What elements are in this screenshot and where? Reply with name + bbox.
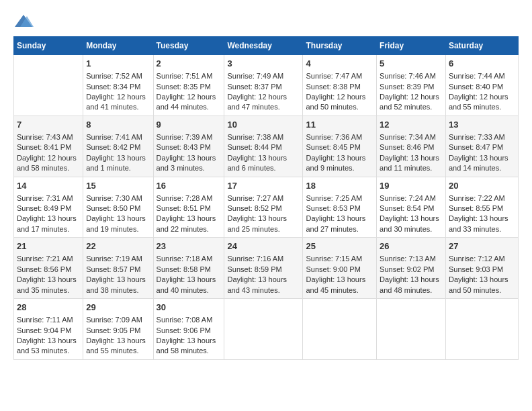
cell-content: Daylight: 12 hours and 52 minutes.: [380, 92, 443, 113]
cell-content: Sunset: 8:41 PM: [17, 142, 80, 152]
cell-content: Sunset: 8:38 PM: [306, 82, 373, 92]
day-number: 5: [380, 58, 443, 70]
cell-content: Sunrise: 7:44 AM: [449, 71, 515, 81]
day-number: 13: [449, 119, 515, 131]
calendar-cell: 4Sunrise: 7:47 AMSunset: 8:38 PMDaylight…: [303, 55, 377, 116]
day-number: 6: [449, 58, 515, 70]
week-row-1: 1Sunrise: 7:52 AMSunset: 8:34 PMDaylight…: [14, 55, 519, 116]
calendar-cell: 10Sunrise: 7:38 AMSunset: 8:44 PMDayligh…: [224, 116, 303, 177]
calendar-cell: 16Sunrise: 7:28 AMSunset: 8:51 PMDayligh…: [153, 177, 224, 238]
calendar-cell: 13Sunrise: 7:33 AMSunset: 8:47 PMDayligh…: [445, 116, 518, 177]
cell-content: Daylight: 13 hours and 35 minutes.: [17, 275, 80, 295]
cell-content: Daylight: 13 hours and 3 minutes.: [157, 153, 222, 174]
day-number: 7: [17, 119, 80, 131]
cell-content: Sunset: 8:56 PM: [17, 265, 80, 275]
calendar-cell: 20Sunrise: 7:22 AMSunset: 8:55 PMDayligh…: [445, 177, 518, 238]
week-row-4: 21Sunrise: 7:21 AMSunset: 8:56 PMDayligh…: [14, 238, 519, 299]
day-number: 20: [449, 180, 515, 192]
calendar-cell: 22Sunrise: 7:19 AMSunset: 8:57 PMDayligh…: [83, 238, 153, 299]
cell-content: Daylight: 13 hours and 53 minutes.: [17, 336, 80, 357]
day-number: 29: [86, 302, 150, 314]
cell-content: Sunrise: 7:43 AM: [17, 132, 80, 142]
day-number: 24: [227, 240, 300, 253]
cell-content: Sunrise: 7:13 AM: [380, 254, 443, 264]
cell-content: Daylight: 13 hours and 14 minutes.: [449, 153, 515, 174]
cell-content: Sunset: 8:35 PM: [157, 82, 222, 92]
cell-content: Sunset: 8:37 PM: [227, 82, 300, 92]
week-row-2: 7Sunrise: 7:43 AMSunset: 8:41 PMDaylight…: [14, 116, 519, 177]
cell-content: Sunrise: 7:30 AM: [86, 193, 150, 203]
cell-content: Sunrise: 7:46 AM: [380, 71, 443, 81]
calendar-cell: 23Sunrise: 7:18 AMSunset: 8:58 PMDayligh…: [153, 238, 224, 299]
cell-content: Daylight: 13 hours and 50 minutes.: [449, 275, 515, 295]
cell-content: Daylight: 13 hours and 11 minutes.: [380, 153, 443, 174]
calendar-cell: 14Sunrise: 7:31 AMSunset: 8:49 PMDayligh…: [14, 177, 83, 238]
cell-content: Daylight: 12 hours and 47 minutes.: [227, 92, 300, 113]
cell-content: Sunset: 8:39 PM: [380, 82, 443, 92]
cell-content: Sunset: 8:52 PM: [227, 203, 300, 214]
cell-content: Daylight: 13 hours and 27 minutes.: [306, 214, 373, 234]
logo-icon: [13, 13, 34, 30]
day-number: 16: [157, 180, 222, 192]
day-number: 1: [86, 58, 150, 70]
cell-content: Sunset: 8:53 PM: [306, 203, 373, 214]
cell-content: Sunrise: 7:28 AM: [157, 193, 222, 203]
cell-content: Sunset: 8:55 PM: [449, 203, 515, 214]
calendar-cell: 24Sunrise: 7:16 AMSunset: 8:59 PMDayligh…: [224, 238, 303, 299]
cell-content: Sunset: 8:49 PM: [17, 203, 80, 214]
calendar-cell: 6Sunrise: 7:44 AMSunset: 8:40 PMDaylight…: [445, 55, 518, 116]
cell-content: Daylight: 13 hours and 25 minutes.: [227, 214, 300, 234]
cell-content: Sunrise: 7:21 AM: [17, 254, 80, 264]
cell-content: Sunset: 8:50 PM: [86, 203, 150, 214]
calendar-cell: [377, 299, 446, 360]
calendar-cell: 29Sunrise: 7:09 AMSunset: 9:05 PMDayligh…: [83, 299, 153, 360]
cell-content: Daylight: 12 hours and 55 minutes.: [449, 92, 515, 113]
cell-content: Sunset: 8:57 PM: [86, 265, 150, 275]
cell-content: Daylight: 13 hours and 17 minutes.: [17, 214, 80, 234]
cell-content: Sunrise: 7:31 AM: [17, 193, 80, 203]
calendar-cell: 8Sunrise: 7:41 AMSunset: 8:42 PMDaylight…: [83, 116, 153, 177]
day-number: 17: [227, 180, 300, 192]
cell-content: Sunset: 9:02 PM: [380, 265, 443, 275]
cell-content: Sunrise: 7:11 AM: [17, 315, 80, 325]
cell-content: Daylight: 12 hours and 41 minutes.: [86, 92, 150, 113]
day-header-sunday: Sunday: [14, 37, 83, 55]
day-number: 3: [227, 58, 300, 70]
calendar-cell: 15Sunrise: 7:30 AMSunset: 8:50 PMDayligh…: [83, 177, 153, 238]
cell-content: Daylight: 13 hours and 1 minute.: [86, 153, 150, 174]
cell-content: Daylight: 13 hours and 55 minutes.: [86, 336, 150, 357]
cell-content: Sunrise: 7:47 AM: [306, 71, 373, 81]
cell-content: Sunrise: 7:34 AM: [380, 132, 443, 142]
calendar-cell: 17Sunrise: 7:27 AMSunset: 8:52 PMDayligh…: [224, 177, 303, 238]
logo: [13, 13, 36, 30]
cell-content: Daylight: 13 hours and 45 minutes.: [306, 275, 373, 295]
day-number: 19: [380, 180, 443, 192]
header-row: SundayMondayTuesdayWednesdayThursdayFrid…: [14, 37, 519, 55]
cell-content: Sunset: 9:05 PM: [86, 326, 150, 336]
cell-content: Sunrise: 7:15 AM: [306, 254, 373, 264]
cell-content: Sunrise: 7:25 AM: [306, 193, 373, 203]
cell-content: Sunset: 8:34 PM: [86, 82, 150, 92]
cell-content: Sunrise: 7:09 AM: [86, 315, 150, 325]
calendar-cell: [14, 55, 83, 116]
cell-content: Daylight: 12 hours and 58 minutes.: [17, 153, 80, 174]
cell-content: Sunrise: 7:27 AM: [227, 193, 300, 203]
cell-content: Sunrise: 7:52 AM: [86, 71, 150, 81]
cell-content: Sunrise: 7:41 AM: [86, 132, 150, 142]
cell-content: Sunset: 8:47 PM: [449, 142, 515, 152]
calendar-cell: 30Sunrise: 7:08 AMSunset: 9:06 PMDayligh…: [153, 299, 224, 360]
cell-content: Sunrise: 7:51 AM: [157, 71, 222, 81]
calendar-cell: 18Sunrise: 7:25 AMSunset: 8:53 PMDayligh…: [303, 177, 377, 238]
cell-content: Sunrise: 7:08 AM: [157, 315, 222, 325]
cell-content: Sunrise: 7:18 AM: [157, 254, 222, 264]
calendar-table: SundayMondayTuesdayWednesdayThursdayFrid…: [13, 36, 519, 360]
day-number: 18: [306, 180, 373, 192]
day-number: 25: [306, 240, 373, 253]
calendar-cell: [303, 299, 377, 360]
calendar-cell: 21Sunrise: 7:21 AMSunset: 8:56 PMDayligh…: [14, 238, 83, 299]
cell-content: Sunset: 8:43 PM: [157, 142, 222, 152]
day-number: 9: [157, 119, 222, 131]
day-header-monday: Monday: [83, 37, 153, 55]
cell-content: Daylight: 13 hours and 33 minutes.: [449, 214, 515, 234]
cell-content: Daylight: 13 hours and 19 minutes.: [86, 214, 150, 234]
